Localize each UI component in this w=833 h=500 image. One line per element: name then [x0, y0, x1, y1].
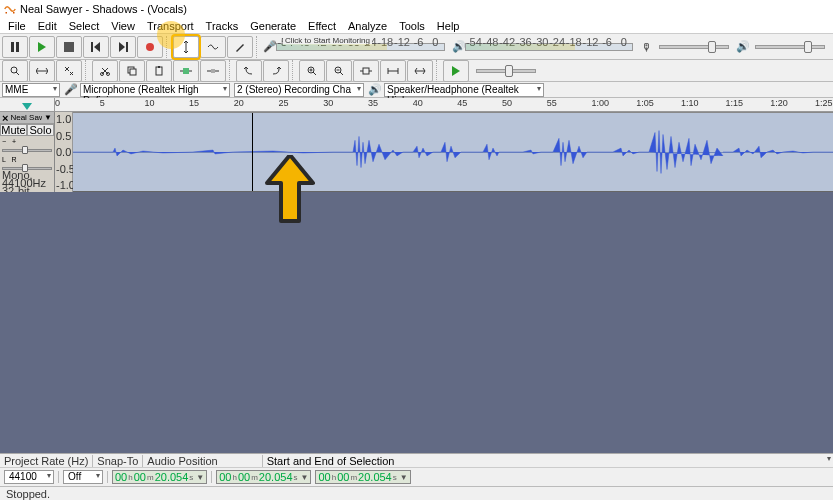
play-volume-slider[interactable]	[755, 45, 825, 49]
envelope-tool[interactable]	[200, 36, 226, 58]
trim-button[interactable]	[173, 60, 199, 82]
toolbar-separator	[256, 36, 260, 58]
toolbar-separator	[166, 36, 170, 58]
draw-tool[interactable]	[227, 36, 253, 58]
host-combo[interactable]: MME	[2, 83, 60, 97]
main-toolbar: 🎤 -54-48-42-36-30-24-18-12-60 Click to S…	[0, 34, 833, 60]
waveform-graphic	[73, 113, 833, 191]
svg-line-20	[313, 72, 316, 75]
empty-track-area[interactable]	[0, 192, 833, 488]
project-rate-combo[interactable]: 44100	[4, 470, 54, 484]
zoom-toggle-button[interactable]	[407, 60, 433, 82]
menu-edit[interactable]: Edit	[32, 20, 63, 32]
track-control-panel: × Neal Sawyer ▼ Mute Solo − + L R Mono, …	[0, 112, 55, 192]
svg-rect-3	[64, 42, 74, 52]
menu-tracks[interactable]: Tracks	[200, 20, 245, 32]
track-name: Neal Sawyer	[10, 113, 42, 122]
svg-marker-27	[452, 66, 460, 76]
mic-meter-icon: 🎤	[263, 40, 275, 53]
play-meter[interactable]: -54-48-42-36-30-24-18-12-60	[465, 43, 634, 51]
mute-button[interactable]: Mute	[0, 124, 27, 136]
selection-mode-combo[interactable]: Start and End of Selection	[267, 455, 427, 467]
svg-rect-14	[130, 69, 136, 75]
speaker-vol-icon: 🔊	[736, 40, 748, 53]
toolbar-separator	[85, 60, 89, 82]
paste-button[interactable]	[146, 60, 172, 82]
svg-rect-7	[126, 42, 128, 52]
multi-tool[interactable]	[56, 60, 82, 82]
window-titlebar: Neal Sawyer - Shadows - (Vocals)	[0, 0, 833, 18]
toolbar-separator	[436, 60, 440, 82]
svg-rect-17	[183, 68, 189, 74]
svg-rect-4	[91, 42, 93, 52]
menu-tools[interactable]: Tools	[393, 20, 431, 32]
copy-button[interactable]	[119, 60, 145, 82]
amplitude-scale: 1.00.50.0-0.5-1.0	[55, 112, 73, 192]
record-volume-slider[interactable]	[659, 45, 729, 49]
project-rate-label: Project Rate (Hz)	[4, 455, 88, 467]
record-button[interactable]	[137, 36, 163, 58]
pan-slider[interactable]: L R	[2, 156, 52, 168]
track-row: × Neal Sawyer ▼ Mute Solo − + L R Mono, …	[0, 112, 833, 192]
window-title: Neal Sawyer - Shadows - (Vocals)	[20, 3, 187, 15]
speaker-meter-icon: 🔊	[452, 40, 464, 53]
audio-position-timecode[interactable]: 00h00m20.054s▼	[112, 470, 207, 484]
toolbar-separator	[292, 60, 296, 82]
speaker-device-combo[interactable]: Speaker/Headphone (Realtek High	[384, 83, 544, 97]
menu-effect[interactable]: Effect	[302, 20, 342, 32]
timeshift-tool[interactable]	[29, 60, 55, 82]
menu-help[interactable]: Help	[431, 20, 466, 32]
pause-button[interactable]	[2, 36, 28, 58]
redo-button[interactable]	[263, 60, 289, 82]
svg-rect-26	[363, 68, 369, 74]
record-meter[interactable]: -54-48-42-36-30-24-18-12-60 Click to Sta…	[276, 43, 445, 51]
pin-icon[interactable]	[22, 100, 32, 110]
menu-select[interactable]: Select	[63, 20, 106, 32]
svg-rect-18	[211, 69, 215, 73]
fit-selection-button[interactable]	[353, 60, 379, 82]
svg-rect-1	[16, 42, 19, 52]
selection-tool[interactable]	[173, 36, 199, 58]
playback-speed-slider[interactable]	[476, 69, 536, 73]
track-close-button[interactable]: ×	[2, 112, 8, 124]
mic-vol-icon: 🎙	[640, 41, 652, 53]
menubar: FileEditSelectViewTransportTracksGenerat…	[0, 18, 833, 34]
zoom-out-button[interactable]	[326, 60, 352, 82]
menu-transport[interactable]: Transport	[141, 20, 200, 32]
svg-marker-2	[38, 42, 46, 52]
channels-combo[interactable]: 2 (Stereo) Recording Cha	[234, 83, 364, 97]
play-at-speed-button[interactable]	[443, 60, 469, 82]
fit-project-button[interactable]	[380, 60, 406, 82]
waveform-canvas[interactable]	[73, 112, 833, 192]
edit-toolbar	[0, 60, 833, 82]
audio-position-label: Audio Position	[147, 455, 217, 467]
zoom-in-button[interactable]	[299, 60, 325, 82]
track-menu-button[interactable]: ▼	[44, 113, 52, 122]
selection-start-timecode[interactable]: 00h00m20.054s▼	[216, 470, 311, 484]
cut-button[interactable]	[92, 60, 118, 82]
silence-button[interactable]	[200, 60, 226, 82]
mic-device-combo[interactable]: Microphone (Realtek High Defini	[80, 83, 230, 97]
bottom-panel: Project Rate (Hz) Snap-To Audio Position…	[0, 453, 833, 500]
play-button[interactable]	[29, 36, 55, 58]
zoom-tool[interactable]	[2, 60, 28, 82]
skip-start-button[interactable]	[83, 36, 109, 58]
gain-slider[interactable]: − +	[2, 138, 52, 152]
menu-file[interactable]: File	[2, 20, 32, 32]
svg-line-24	[340, 72, 343, 75]
device-toolbar: MME 🎤 Microphone (Realtek High Defini 2 …	[0, 82, 833, 98]
timeline-ruler[interactable]: 05101520253035404550551:001:051:101:151:…	[55, 98, 833, 112]
snap-to-combo[interactable]: Off	[63, 470, 103, 484]
menu-generate[interactable]: Generate	[244, 20, 302, 32]
svg-marker-5	[94, 42, 100, 52]
undo-button[interactable]	[236, 60, 262, 82]
skip-end-button[interactable]	[110, 36, 136, 58]
toolbar-separator	[229, 60, 233, 82]
selection-end-timecode[interactable]: 00h00m20.054s▼	[315, 470, 410, 484]
svg-point-8	[146, 43, 154, 51]
menu-analyze[interactable]: Analyze	[342, 20, 393, 32]
stop-button[interactable]	[56, 36, 82, 58]
menu-view[interactable]: View	[105, 20, 141, 32]
speaker-icon: 🔊	[368, 83, 380, 96]
solo-button[interactable]: Solo	[27, 124, 54, 136]
